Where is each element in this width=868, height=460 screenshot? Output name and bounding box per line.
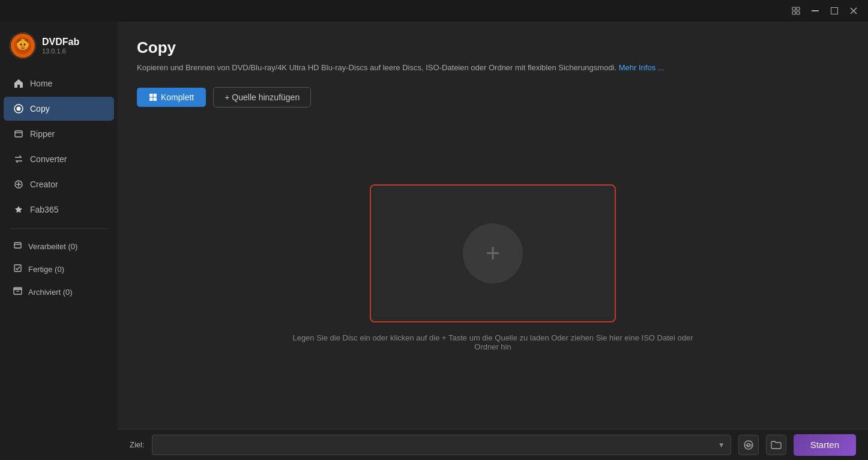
svg-rect-0 [792, 7, 795, 10]
app-logo: DVDFab 13.0.1.6 [0, 28, 118, 71]
sidebar-label-fertige: Fertige (0) [28, 265, 64, 274]
sidebar-item-creator[interactable]: Creator [4, 172, 114, 196]
komplett-button[interactable]: Komplett [137, 88, 206, 107]
plus-icon: + [486, 241, 501, 266]
fab365-icon [13, 204, 24, 215]
page-description: Kopieren und Brennen von DVD/Blu-ray/4K … [137, 62, 849, 74]
svg-rect-33 [154, 94, 157, 97]
svg-rect-2 [792, 11, 795, 14]
widget-button[interactable] [786, 2, 806, 19]
drop-zone[interactable]: + [370, 184, 616, 322]
converter-icon [13, 154, 24, 165]
svg-rect-1 [797, 7, 800, 10]
svg-point-17 [24, 44, 26, 46]
add-source-circle[interactable]: + [463, 223, 523, 283]
home-icon [13, 78, 24, 89]
ripper-icon [13, 129, 24, 139]
svg-rect-4 [812, 10, 819, 11]
sidebar-item-copy[interactable]: Copy [4, 97, 114, 121]
creator-icon [13, 179, 24, 190]
processing-icon [13, 241, 22, 252]
sidebar-item-fertige[interactable]: Fertige (0) [4, 258, 114, 280]
sidebar-divider [10, 228, 108, 229]
sidebar-label-creator: Creator [30, 180, 58, 189]
svg-rect-26 [14, 243, 21, 248]
svg-rect-21 [15, 131, 22, 137]
sidebar-item-fab365[interactable]: Fab365 [4, 198, 114, 222]
svg-rect-3 [797, 11, 800, 14]
sidebar-label-fab365: Fab365 [30, 205, 58, 214]
close-button[interactable] [844, 2, 863, 19]
sidebar-label-home: Home [30, 79, 52, 88]
svg-rect-5 [831, 8, 838, 14]
svg-point-15 [17, 40, 28, 50]
toolbar: Komplett + Quelle hinzufügen [137, 87, 849, 107]
sidebar-label-converter: Converter [30, 154, 67, 164]
starten-button[interactable]: Starten [794, 434, 856, 456]
logo-icon [10, 32, 36, 59]
copy-icon [13, 103, 24, 114]
svg-rect-35 [154, 97, 157, 101]
app-version: 13.0.1.6 [42, 47, 79, 55]
app-name-version: DVDFab 13.0.1.6 [42, 37, 79, 55]
svg-point-16 [20, 44, 22, 46]
sidebar-item-verarbeitet[interactable]: Verarbeitet (0) [4, 235, 114, 257]
svg-point-18 [21, 46, 25, 48]
bottom-bar: Ziel: ▼ ISO St [118, 429, 868, 460]
finished-icon [13, 264, 22, 274]
svg-point-20 [17, 107, 21, 111]
drop-zone-container: + Legen Sie die Disc ein oder klicken au… [137, 120, 849, 429]
content-area: Copy Kopieren und Brennen von DVD/Blu-ra… [118, 22, 868, 460]
sidebar-label-copy: Copy [30, 104, 50, 113]
svg-rect-34 [149, 97, 153, 101]
minimize-button[interactable] [806, 2, 825, 19]
page-title: Copy [137, 38, 849, 57]
sidebar-item-home[interactable]: Home [4, 71, 114, 95]
folder-button[interactable] [766, 435, 786, 455]
sidebar-item-ripper[interactable]: Ripper [4, 122, 114, 146]
svg-rect-28 [14, 265, 21, 271]
sidebar-label-archiviert: Archiviert (0) [28, 288, 73, 297]
ziel-select[interactable] [152, 435, 731, 455]
sidebar-label-verarbeitet: Verarbeitet (0) [28, 242, 77, 251]
sidebar-item-archiviert[interactable]: Archiviert (0) [4, 281, 114, 303]
sidebar-item-converter[interactable]: Converter [4, 147, 114, 171]
mehr-infos-link[interactable]: Mehr Infos ... [619, 63, 665, 72]
quelle-hinzufuegen-button[interactable]: + Quelle hinzufügen [213, 87, 311, 107]
sidebar: DVDFab 13.0.1.6 Home Copy Ripper [0, 22, 118, 460]
app-name: DVDFab [42, 37, 79, 47]
ziel-label: Ziel: [130, 440, 145, 449]
drop-zone-hint: Legen Sie die Disc ein oder klicken auf … [283, 333, 703, 351]
ziel-select-wrapper: ▼ [152, 435, 731, 455]
maximize-button[interactable] [825, 2, 844, 19]
archive-icon [13, 286, 22, 297]
titlebar [0, 0, 868, 22]
sidebar-label-ripper: Ripper [30, 129, 55, 139]
svg-text:ISO: ISO [746, 444, 752, 448]
iso-button[interactable]: ISO [738, 435, 759, 455]
svg-rect-32 [149, 94, 153, 97]
